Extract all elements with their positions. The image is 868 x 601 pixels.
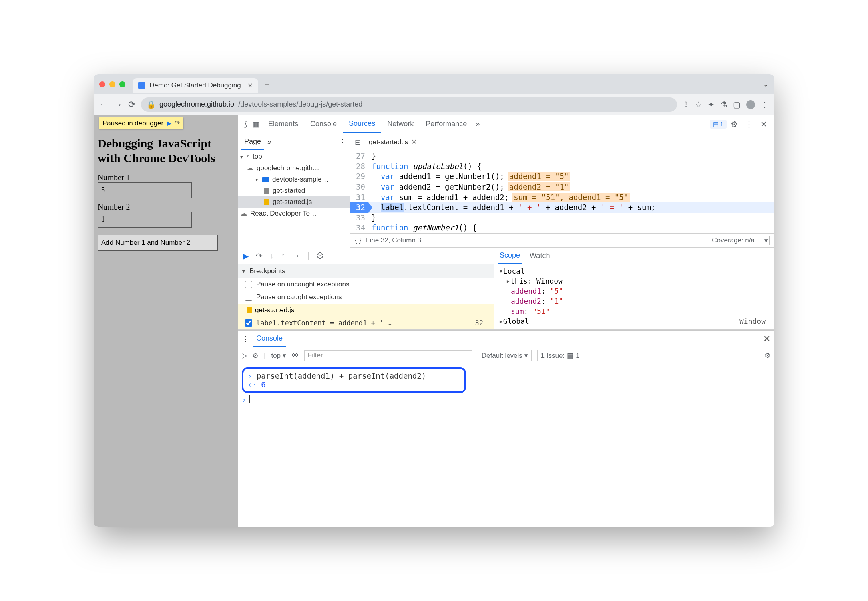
navigator-more-icon[interactable]: » [267, 138, 271, 146]
input-number2[interactable] [98, 212, 192, 228]
toggle-navigator-icon[interactable]: ⊟ [353, 138, 362, 147]
new-tab-button[interactable]: ＋ [263, 79, 271, 90]
tree-file-html[interactable]: get-started [238, 185, 350, 196]
tree-folder[interactable]: devtools-sample… [238, 174, 350, 185]
devtools-tabbar: ⟆ ▥ Elements Console Sources Network Per… [238, 115, 774, 133]
labs-icon[interactable]: ⚗ [720, 100, 727, 109]
settings-icon[interactable]: ⚙ [727, 119, 741, 129]
pretty-print-icon[interactable]: { } [355, 236, 361, 244]
console-filter[interactable]: Filter [304, 350, 472, 361]
label-number2: Number 2 [98, 202, 234, 212]
issues-badge[interactable]: ▤ 1 [710, 120, 727, 129]
breakpoint-checkbox[interactable] [245, 319, 252, 327]
share-icon[interactable]: ⇪ [683, 100, 689, 109]
breakpoints-header[interactable]: Breakpoints [238, 264, 494, 278]
inspect-icon[interactable]: ⟆ [242, 120, 249, 129]
tab-elements[interactable]: Elements [263, 116, 304, 132]
scope-addend1: addend1: "5" [494, 286, 774, 296]
pause-uncaught-checkbox[interactable] [245, 281, 252, 288]
breakpoint-file[interactable]: get-started.js [238, 304, 494, 317]
code-editor[interactable]: 27} 28function updateLabel() { 29 var ad… [350, 151, 774, 248]
scope-local[interactable]: Local [494, 266, 774, 276]
tree-file-js[interactable]: get-started.js [238, 196, 350, 208]
tab-performance[interactable]: Performance [420, 116, 472, 132]
input-number1[interactable] [98, 182, 192, 198]
navigator-menu-icon[interactable]: ⋮ [339, 138, 346, 147]
tree-extension[interactable]: React Developer To… [238, 208, 350, 219]
tab-console[interactable]: Console [305, 116, 342, 132]
resume-button[interactable]: ▶ [243, 251, 249, 261]
reload-button[interactable]: ⟳ [128, 99, 135, 110]
tree-site[interactable]: googlechrome.gith… [238, 162, 350, 174]
panel-icon[interactable]: ▢ [733, 100, 741, 109]
clear-console-icon[interactable]: ⊘ [253, 351, 258, 360]
cursor-position: Line 32, Column 3 [366, 236, 421, 244]
step-out-button[interactable]: ↑ [281, 251, 285, 260]
more-tabs-icon[interactable]: » [473, 120, 482, 128]
scope-global[interactable]: GlobalWindow [494, 316, 774, 326]
device-icon[interactable]: ▥ [250, 120, 262, 129]
step-over-icon[interactable]: ↷ [175, 119, 180, 127]
console-cursor[interactable] [249, 395, 250, 403]
add-button[interactable]: Add Number 1 and Number 2 [98, 235, 218, 251]
pause-uncaught-row[interactable]: Pause on uncaught exceptions [238, 278, 494, 291]
tab-sources[interactable]: Sources [343, 115, 381, 133]
profile-avatar[interactable] [746, 100, 755, 109]
close-drawer-icon[interactable]: ✕ [763, 334, 770, 344]
console-body[interactable]: › parseInt(addend1) + parseInt(addend2) … [238, 364, 774, 407]
menu-icon[interactable]: ⋮ [761, 100, 769, 109]
pause-caught-row[interactable]: Pause on caught exceptions [238, 291, 494, 304]
close-editor-tab-icon[interactable]: ✕ [411, 138, 417, 146]
step-into-button[interactable]: ↓ [270, 251, 274, 260]
close-devtools-icon[interactable]: ✕ [757, 119, 770, 129]
deactivate-breakpoints-button[interactable]: ⛒ [317, 251, 325, 260]
tab-scope[interactable]: Scope [498, 248, 522, 264]
maximize-window-icon[interactable] [119, 81, 125, 87]
close-tab-icon[interactable]: ✕ [247, 82, 253, 89]
label-number1: Number 1 [98, 173, 234, 182]
tab-network[interactable]: Network [382, 116, 419, 132]
browser-tab[interactable]: Demo: Get Started Debugging ✕ [133, 78, 258, 93]
pause-caught-checkbox[interactable] [245, 294, 252, 301]
navigator-tab-page[interactable]: Page [241, 134, 264, 150]
bookmark-icon[interactable]: ☆ [695, 100, 702, 109]
main-content: Paused in debugger ▶ ↷ Demo: Get Started… [94, 115, 774, 527]
scope-watch-tabs: Scope Watch [494, 248, 774, 264]
console-drawer: ⋮ Console ✕ ▷ ⊘ | top ▾ 👁 Filter Default… [238, 330, 774, 527]
forward-button[interactable]: → [114, 99, 123, 110]
url-path: /devtools-samples/debug-js/get-started [238, 100, 362, 109]
drawer-tab-console[interactable]: Console [253, 331, 286, 347]
tab-watch[interactable]: Watch [530, 252, 550, 260]
console-issues[interactable]: 1 Issue: ▤ 1 [537, 350, 583, 361]
toggle-sidebar-icon[interactable]: ▷ [242, 351, 247, 360]
editor-settings-icon[interactable]: ▾ [763, 236, 770, 245]
close-window-icon[interactable] [99, 81, 105, 87]
back-button[interactable]: ← [99, 99, 108, 110]
breakpoint-line[interactable]: label.textContent = addend1 + ' … 32 [238, 317, 494, 329]
console-settings-icon[interactable]: ⚙ [764, 351, 770, 360]
lock-icon: 🔒 [147, 100, 155, 109]
step-button[interactable]: → [292, 251, 300, 260]
scope-this[interactable]: this: Window [494, 276, 774, 286]
step-over-button[interactable]: ↷ [256, 251, 263, 261]
favicon-icon [138, 82, 145, 89]
context-selector[interactable]: top ▾ [271, 351, 286, 360]
log-levels[interactable]: Default levels ▾ [478, 350, 532, 361]
tab-title: Demo: Get Started Debugging [149, 81, 241, 89]
drawer-menu-icon[interactable]: ⋮ [242, 335, 249, 343]
address-bar[interactable]: 🔒 googlechrome.github.io/devtools-sample… [141, 97, 677, 112]
resume-icon[interactable]: ▶ [167, 119, 171, 127]
scope-addend2: addend2: "1" [494, 296, 774, 306]
drawer-header: ⋮ Console ✕ [238, 331, 774, 347]
editor-tab[interactable]: get-started.js ✕ [365, 135, 421, 149]
current-line: 32 label.textContent = addend1 + ' + ' +… [350, 202, 774, 213]
kebab-icon[interactable]: ⋮ [742, 119, 756, 129]
extensions-icon[interactable]: ✦ [708, 100, 715, 109]
tree-top[interactable]: ▫ top [238, 151, 350, 162]
tab-overflow-icon[interactable]: ⌄ [763, 80, 769, 89]
minimize-window-icon[interactable] [109, 81, 115, 87]
debugger-left: ▶ ↷ ↓ ↑ → | ⛒ Breakpoints Pause on uncau… [238, 248, 494, 329]
toolbar-actions: ⇪ ☆ ✦ ⚗ ▢ ⋮ [683, 100, 769, 109]
debugger-pane: ▶ ↷ ↓ ↑ → | ⛒ Breakpoints Pause on uncau… [238, 248, 774, 330]
live-expression-icon[interactable]: 👁 [292, 352, 299, 360]
